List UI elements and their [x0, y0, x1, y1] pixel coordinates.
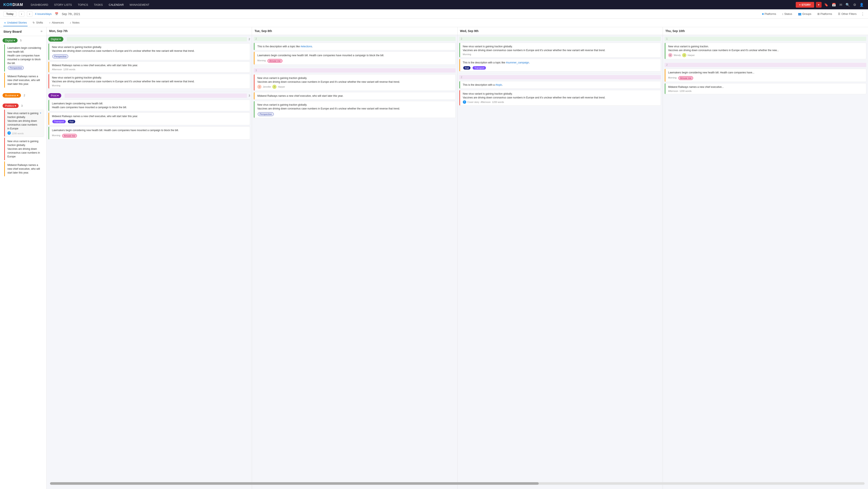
scrollbar-area[interactable] — [50, 482, 865, 485]
story-text: Vaccines are driving down coronavirus ca… — [7, 119, 39, 131]
transport-tag[interactable]: Transport — [472, 66, 486, 69]
topic-link[interactable]: #topic — [495, 83, 502, 86]
avatar-wendy: W — [668, 53, 673, 57]
nav-tasks[interactable]: TASKS — [91, 2, 105, 8]
table-row[interactable]: New virus variant is gaining traction gl… — [254, 74, 456, 91]
perspective-tag[interactable]: Perspective — [8, 66, 24, 70]
next-arrow[interactable]: › — [27, 11, 32, 17]
cal-print-badge-mon[interactable]: Print ▾ — [48, 93, 61, 98]
story-content: Midwest Railways names a new chief execu… — [52, 114, 248, 123]
logo[interactable]: KORDIAM — [3, 3, 23, 7]
perspective-tag[interactable]: Perspective — [258, 112, 274, 116]
eye-icon[interactable]: 👁 — [40, 30, 43, 33]
story-subtitle: Vaccines are driving down coronavirus ca… — [668, 48, 864, 52]
prev-arrow[interactable]: ‹ — [19, 11, 24, 17]
list-item[interactable]: Lawmakers begin considering new health b… — [4, 44, 44, 71]
nav-management[interactable]: MANAGEMENT — [127, 2, 152, 8]
nav-calendar[interactable]: CALENDAR — [106, 2, 126, 8]
bookmark-icon[interactable]: 🔖 — [823, 2, 829, 8]
rail-tag[interactable]: Rail — [68, 120, 75, 123]
story-color-bar — [49, 100, 49, 111]
day-label-thu: Thu, Sep 10th — [665, 29, 685, 33]
table-row[interactable]: This is the description with a #topic. — [459, 81, 661, 89]
add-story-icon[interactable]: + — [40, 111, 41, 115]
table-row[interactable]: Lawmakers begin considering new health b… — [48, 126, 250, 140]
table-row[interactable]: New virus variant is gaining traction gl… — [48, 43, 250, 60]
cal-digital-badge-mon[interactable]: Digital ▾ — [48, 37, 63, 41]
elections-link[interactable]: #elections — [301, 45, 312, 48]
notes-label: Notes — [72, 21, 80, 24]
filter-status-btn[interactable]: ↕ Status — [780, 11, 794, 16]
story-color-bar — [665, 83, 665, 94]
story-button-dropdown[interactable]: ▾ — [816, 2, 822, 8]
story-title: Lawmakers begin considering new health b… — [668, 70, 864, 75]
story-meta: Afternoon 1200 words — [52, 68, 248, 70]
digital-count: 5 — [20, 39, 22, 42]
filter-groups-btn[interactable]: 👥 Groups — [796, 11, 813, 16]
amuse-tag[interactable]: Amuse me — [268, 59, 282, 63]
mail-icon[interactable]: ✉ — [839, 2, 843, 8]
search-icon[interactable]: 🔍 — [845, 2, 850, 8]
table-row[interactable]: New virus variant is gaining traction gl… — [254, 101, 456, 118]
filter-platforms2-btn[interactable]: ⊞ Platforms — [816, 11, 834, 16]
story-title: This is the description with a #topic. — [463, 83, 659, 87]
filter-platforms-btn[interactable]: Platforms — [761, 11, 778, 16]
avatar-harper2: ≡ — [682, 53, 686, 57]
nav-dashboard[interactable]: DASHBOARD — [28, 2, 51, 8]
story-color-bar — [254, 52, 254, 64]
politics-badge[interactable]: Politics ▾ — [3, 104, 19, 108]
tab-absences[interactable]: ○ Absences — [48, 19, 65, 26]
filter-other-label: Other Filters — [841, 12, 857, 16]
scrollbar-thumb[interactable] — [50, 482, 539, 485]
list-item[interactable]: New virus variant is gaining traction gl… — [4, 138, 44, 160]
meta-afternoon: Afternoon — [668, 90, 678, 92]
rail-tag[interactable]: Rail — [463, 66, 471, 69]
story-button[interactable]: + STORY — [796, 2, 814, 8]
business-badge[interactable]: Business ▾ — [3, 93, 21, 97]
story-content: Midwest Railways names a new chief execu… — [52, 63, 248, 70]
table-row[interactable]: Lawmakers begin considering new health b… — [48, 100, 250, 111]
table-row[interactable]: Midwest Railways names a new chief execu… — [254, 92, 456, 100]
digital-count-bar — [67, 37, 247, 41]
amuse-tag[interactable]: Amuse me — [62, 134, 77, 138]
calendar-icon[interactable]: 📅 — [831, 2, 837, 8]
table-row[interactable]: New virus variant is gaining traction. V… — [664, 42, 866, 59]
platforms2-label: Platforms — [820, 12, 832, 16]
table-row[interactable]: Lawmakers begin considering new health b… — [664, 69, 866, 82]
transport-tag[interactable]: Transport — [52, 120, 66, 123]
story-title: New virus variant is gaining traction. — [668, 45, 864, 48]
today-button[interactable]: Today — [3, 11, 16, 17]
story-color-bar — [49, 113, 49, 125]
story-color-bar — [665, 69, 665, 82]
amuse-tag[interactable]: Amuse me — [678, 76, 693, 80]
table-row[interactable]: New virus variant is gaining traction gl… — [459, 90, 661, 106]
summer-campaign-link[interactable]: #summer_campaign — [506, 61, 529, 64]
perspective-tag[interactable]: Perspective — [52, 55, 68, 58]
table-row[interactable]: This is the description with a topic lik… — [254, 42, 456, 50]
table-row[interactable]: Midwest Railways names a new chief execu… — [48, 112, 250, 125]
tab-shifts[interactable]: ↻ Shifts — [32, 19, 44, 26]
digital-badge[interactable]: Digital ▾ — [3, 38, 18, 42]
story-meta: Morning — [463, 53, 659, 56]
list-item[interactable]: New virus variant is gaining traction gl… — [4, 110, 44, 136]
story-subtitle: Vaccines are driving down coronavirus ca… — [257, 107, 453, 111]
user-icon[interactable]: 👤 — [859, 2, 865, 8]
story-meta: Rail Transport — [463, 65, 659, 69]
nav-topics[interactable]: TOPICS — [75, 2, 91, 8]
wed-top-count: 2 — [461, 37, 462, 40]
table-row[interactable]: This is the description with a topic lik… — [459, 59, 661, 71]
list-item[interactable]: Midwest Railways names a new chief execu… — [4, 73, 44, 88]
shifts-icon: ↻ — [33, 21, 35, 24]
table-row[interactable]: Midwest Railways names a new chief execu… — [664, 83, 866, 94]
table-row[interactable]: New virus variant is gaining traction gl… — [459, 42, 661, 57]
nav-storylists[interactable]: STORY LISTS — [52, 2, 74, 8]
table-row[interactable]: Midwest Railways names a new chief execu… — [48, 61, 250, 73]
filter-other-btn[interactable]: ☰ Other Filters — [836, 11, 858, 16]
table-row[interactable]: Lawmakers begin considering new health b… — [254, 52, 456, 65]
more-button[interactable]: ⋮ — [861, 12, 865, 16]
tab-notes[interactable]: ♪ Notes — [69, 19, 80, 26]
table-row[interactable]: New virus variant is gaining traction gl… — [48, 74, 250, 89]
list-item[interactable]: Midwest Railways names a new chief execu… — [4, 162, 44, 176]
tab-undated[interactable]: ● Undated Stories — [3, 19, 28, 26]
settings-icon[interactable]: ⚙ — [852, 2, 857, 8]
